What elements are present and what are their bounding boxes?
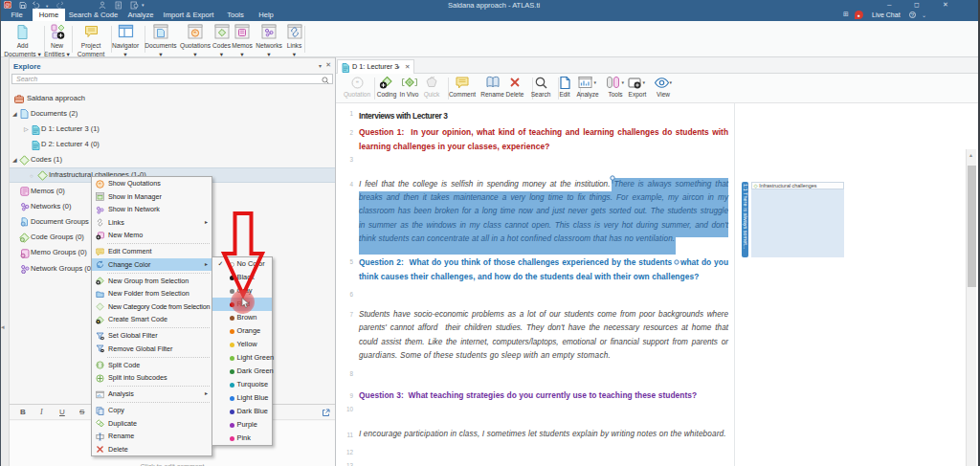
- svg-text:❞: ❞: [355, 80, 358, 86]
- svg-text:@: @: [5, 2, 11, 8]
- svg-text:❞: ❞: [194, 31, 197, 36]
- svg-text:❞: ❞: [99, 181, 101, 187]
- svg-text:▾: ▾: [643, 79, 646, 85]
- svg-text:▾: ▾: [142, 2, 145, 8]
- svg-text:▾: ▾: [594, 79, 597, 85]
- svg-text:▾: ▾: [670, 79, 673, 85]
- svg-text:▾: ▾: [46, 4, 49, 9]
